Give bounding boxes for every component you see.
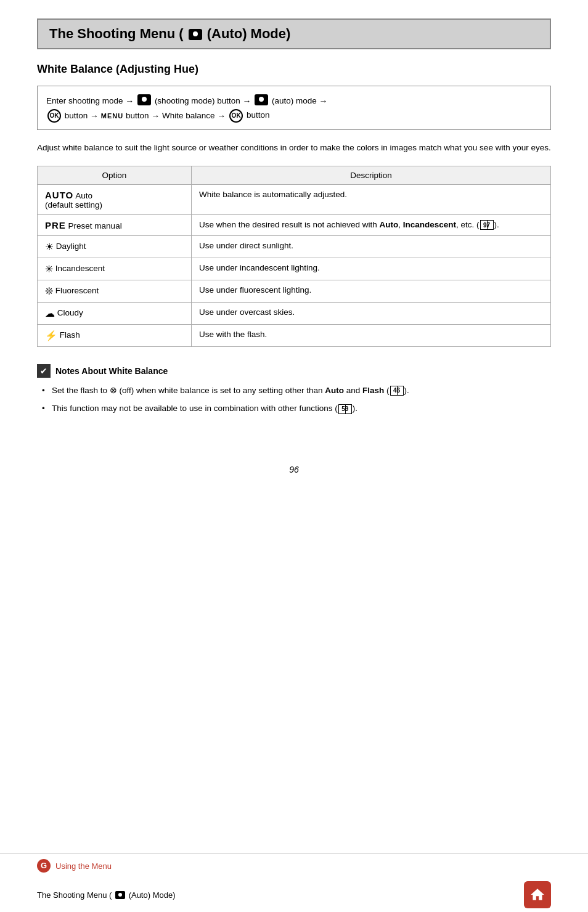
notes-item-1: Set the flash to ⊗ (off) when white bala…: [42, 384, 551, 397]
camera-icon-instruction-2: [255, 94, 268, 105]
instruction-ok-2: button: [247, 111, 270, 120]
notes-list: Set the flash to ⊗ (off) when white bala…: [37, 384, 551, 415]
footer-link[interactable]: Using the Menu: [55, 861, 112, 871]
page-number: 96: [37, 465, 551, 474]
table-row: ☀ Daylight Use under direct sunlight.: [38, 235, 551, 258]
page-title: The Shooting Menu ( (Auto) Mode): [49, 26, 539, 42]
table-row: ⚡ Flash Use with the flash.: [38, 324, 551, 346]
book-ref-97: 97: [480, 220, 494, 230]
desc-daylight: Use under direct sunlight.: [191, 235, 550, 258]
instruction-ok-1: button →: [65, 111, 101, 120]
home-button[interactable]: [524, 881, 551, 908]
page-content: The Shooting Menu ( (Auto) Mode) White B…: [0, 0, 588, 555]
table-row: ✳ Incandescent Use under incandescent li…: [38, 258, 551, 280]
notes-item-2: This function may not be available to us…: [42, 402, 551, 415]
option-incandescent: ✳ Incandescent: [38, 258, 192, 280]
book-ref-59: 59: [338, 404, 352, 414]
daylight-icon: ☀: [45, 242, 54, 252]
option-flash: ⚡ Flash: [38, 324, 192, 346]
notes-check-icon: ✔: [37, 364, 51, 378]
option-auto: AUTO Auto (default setting): [38, 184, 192, 214]
instruction-auto-mode: (auto) mode →: [272, 96, 328, 105]
fluorescent-icon: ❊: [45, 286, 53, 296]
section-title: White Balance (Adjusting Hue): [37, 63, 551, 76]
footer-breadcrumb: The Shooting Menu ( (Auto) Mode): [37, 890, 176, 900]
page-title-box: The Shooting Menu ( (Auto) Mode): [37, 18, 551, 49]
option-daylight: ☀ Daylight: [38, 235, 192, 258]
home-icon: [529, 887, 545, 903]
description-text: Adjust white balance to suit the light s…: [37, 141, 551, 155]
option-pre: PRE Preset manual: [38, 214, 192, 235]
footer-menu-icon: G: [37, 859, 51, 873]
book-ref-46: 46: [390, 386, 404, 396]
instruction-text-1: Enter shooting mode →: [46, 96, 134, 105]
cloudy-icon: ☁: [45, 308, 55, 319]
table-row: ☁ Cloudy Use under overcast skies.: [38, 302, 551, 324]
option-cloudy: ☁ Cloudy: [38, 302, 192, 324]
instruction-box: Enter shooting mode → (shooting mode) bu…: [37, 86, 551, 130]
desc-auto: White balance is automatically adjusted.: [191, 184, 550, 214]
ok-button-icon-1: OK: [47, 109, 61, 123]
instruction-menu: button → White balance →: [126, 111, 226, 120]
flash-icon: ⚡: [45, 330, 57, 341]
camera-icon-footer: [115, 891, 125, 899]
footer: G Using the Menu The Shooting Menu ( (Au…: [0, 853, 588, 912]
desc-incandescent: Use under incandescent lighting.: [191, 258, 550, 280]
instruction-shooting-mode: (shooting mode) button →: [155, 96, 251, 105]
menu-button-icon: MENU: [101, 110, 123, 122]
footer-bottom: The Shooting Menu ( (Auto) Mode): [0, 877, 588, 912]
camera-icon-title: [189, 29, 202, 40]
desc-flash: Use with the flash.: [191, 324, 550, 346]
desc-fluorescent: Use under fluorescent lighting.: [191, 280, 550, 302]
camera-icon-instruction-1: [137, 94, 151, 105]
white-balance-table: Option Description AUTO Auto (default se…: [37, 166, 551, 347]
table-header-description: Description: [191, 166, 550, 184]
desc-pre: Use when the desired result is not achie…: [191, 214, 550, 235]
notes-section: ✔ Notes About White Balance Set the flas…: [37, 364, 551, 415]
incandescent-icon: ✳: [45, 264, 53, 274]
notes-title: Notes About White Balance: [55, 366, 168, 376]
table-header-option: Option: [38, 166, 192, 184]
table-row: PRE Preset manual Use when the desired r…: [38, 214, 551, 235]
footer-top: G Using the Menu: [0, 854, 588, 877]
option-fluorescent: ❊ Fluorescent: [38, 280, 192, 302]
ok-button-icon-2: OK: [229, 109, 243, 123]
flash-off-icon: ⊗: [110, 386, 117, 395]
desc-cloudy: Use under overcast skies.: [191, 302, 550, 324]
table-row: AUTO Auto (default setting) White balanc…: [38, 184, 551, 214]
notes-header: ✔ Notes About White Balance: [37, 364, 551, 378]
table-row: ❊ Fluorescent Use under fluorescent ligh…: [38, 280, 551, 302]
